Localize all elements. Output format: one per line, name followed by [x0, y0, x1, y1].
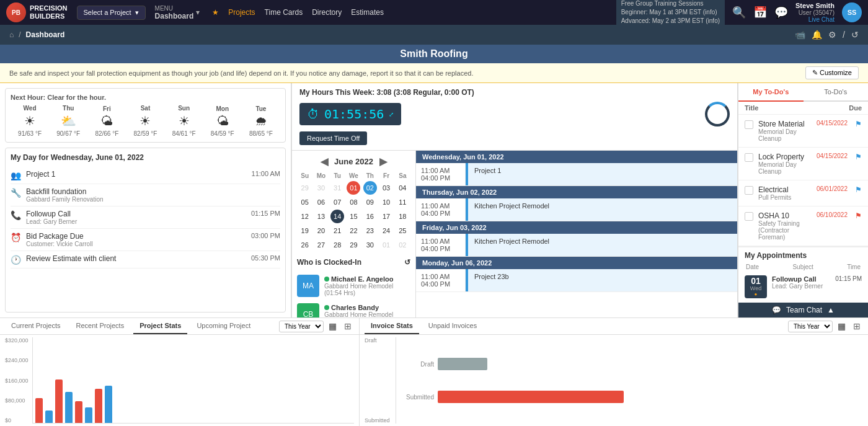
video-icon[interactable]: 📹 — [795, 30, 805, 40]
left-panel: Next Hour: Clear for the hour. Wed ☀ 91/… — [0, 83, 291, 317]
entry-block-3[interactable]: Project 23b — [466, 269, 737, 291]
bell-icon[interactable]: 🔔 — [812, 30, 822, 40]
cal-day[interactable]: 20 — [314, 224, 328, 237]
cal-day[interactable]: 19 — [298, 224, 312, 237]
cal-day[interactable]: 10 — [379, 195, 393, 209]
cal-day[interactable]: 08 — [347, 195, 360, 209]
top-right: Free Group Training Sessions Beginner: M… — [616, 0, 862, 27]
calendar-icon[interactable]: 📅 — [753, 6, 767, 19]
cal-day[interactable]: 07 — [330, 195, 344, 209]
customize-button[interactable]: ✎ Customize — [805, 66, 859, 79]
todo-flag-2: ⚑ — [855, 185, 862, 194]
cal-day[interactable]: 26 — [298, 238, 312, 252]
tab-unpaid-invoices[interactable]: Unpaid Invoices — [422, 318, 483, 334]
menu-dropdown-icon[interactable]: ▾ — [196, 8, 200, 17]
cal-day[interactable]: 27 — [314, 238, 328, 252]
refresh-icon[interactable]: ↺ — [851, 30, 859, 40]
nav-projects[interactable]: Projects — [228, 8, 255, 17]
cal-day[interactable]: 02 — [396, 238, 409, 252]
weather-day-0: Wed ☀ 91/63 °F — [18, 105, 42, 137]
cal-day-highlighted[interactable]: 14 — [330, 210, 344, 223]
cal-day[interactable]: 30 — [363, 238, 377, 252]
cal-day[interactable]: 12 — [298, 210, 312, 223]
todo-checkbox-3[interactable] — [745, 212, 753, 221]
todo-checkbox-1[interactable] — [745, 153, 753, 162]
invoice-year-select[interactable]: This Year — [788, 321, 833, 332]
logo-area: PB PRECISION BUILDERS — [6, 2, 68, 22]
nav-estimates[interactable]: Estimates — [351, 8, 384, 17]
cal-day[interactable]: 24 — [379, 224, 393, 237]
cal-day-today[interactable]: 01 — [347, 181, 360, 195]
cal-day[interactable]: 05 — [298, 195, 312, 209]
todo-checkbox-2[interactable] — [745, 186, 753, 195]
refresh-icon[interactable]: ↺ — [404, 258, 410, 267]
bottom-left-panels: Current Projects Recent Projects Project… — [0, 318, 360, 426]
appointments-section: My Appointments Date Subject Time 01 Wed… — [738, 246, 868, 303]
bar — [95, 389, 102, 423]
cal-day[interactable]: 01 — [379, 238, 393, 252]
tab-current-projects[interactable]: Current Projects — [5, 318, 66, 334]
home-icon[interactable]: ⌂ — [9, 30, 14, 39]
bottom-row: Current Projects Recent Projects Project… — [0, 317, 868, 426]
cal-day[interactable]: 04 — [396, 181, 409, 195]
schedule-entry-3: 11:00 AM 04:00 PM Project 23b — [416, 269, 737, 292]
grid-view-button[interactable]: ⊞ — [342, 320, 354, 332]
tab-upcoming-project[interactable]: Upcoming Project — [190, 318, 257, 334]
my-day-item-3: ⏰ Bid Package Due Customer: Vickie Carro… — [11, 229, 280, 251]
cal-day[interactable]: 16 — [363, 210, 377, 223]
cal-day[interactable]: 18 — [396, 210, 409, 223]
tab-my-todos[interactable]: My To-Do's — [738, 83, 804, 102]
gear-icon[interactable]: ⚙ — [828, 30, 836, 40]
top-nav: PB PRECISION BUILDERS Select a Project ▾… — [0, 0, 868, 25]
appt-badge-0: 01 Wed ● — [745, 275, 767, 298]
cal-day[interactable]: 25 — [396, 224, 409, 237]
tab-invoice-stats[interactable]: Invoice Stats — [365, 318, 419, 334]
cal-day[interactable]: 15 — [347, 210, 360, 223]
breadcrumb-current: Dashboard — [26, 30, 65, 39]
bar-group-0 — [35, 398, 43, 423]
cal-day[interactable]: 21 — [330, 224, 344, 237]
hours-timer: ⏱ 01:55:56 ⤢ — [299, 102, 730, 126]
cal-day[interactable]: 13 — [314, 210, 328, 223]
cal-day[interactable]: 22 — [347, 224, 360, 237]
entry-block-0[interactable]: Project 1 — [466, 163, 737, 185]
cal-prev-button[interactable]: ◀ — [321, 156, 328, 167]
nav-directory[interactable]: Directory — [312, 8, 342, 17]
wrench-icon: 🔧 — [11, 188, 21, 198]
bar — [35, 398, 43, 423]
tab-todos[interactable]: To-Do's — [804, 83, 869, 100]
phone-icon: 📞 — [11, 210, 21, 220]
team-chat-bar[interactable]: 💬 Team Chat ▲ — [738, 303, 868, 317]
cal-day-selected[interactable]: 02 — [363, 181, 377, 195]
tab-project-stats[interactable]: Project Stats — [133, 318, 187, 334]
cal-day[interactable]: 17 — [379, 210, 393, 223]
cal-day[interactable]: 29 — [298, 181, 312, 195]
my-day-item-2: 📞 Followup Call Lead: Gary Berner 01:15 … — [11, 206, 280, 229]
project-selector[interactable]: Select a Project ▾ — [77, 6, 146, 20]
cal-day[interactable]: 11 — [396, 195, 409, 209]
invoice-grid-view-button[interactable]: ⊞ — [851, 320, 863, 332]
search-icon[interactable]: 🔍 — [732, 6, 746, 19]
bar-chart-button[interactable]: ▦ — [326, 320, 339, 332]
cal-day[interactable]: 09 — [363, 195, 377, 209]
cal-day[interactable]: 31 — [330, 181, 344, 195]
cal-next-button[interactable]: ▶ — [379, 156, 387, 167]
invoice-bar-chart-button[interactable]: ▦ — [835, 320, 848, 332]
cal-day[interactable]: 23 — [363, 224, 377, 237]
entry-block-2[interactable]: Kitchen Project Remodel — [466, 234, 737, 256]
tab-recent-projects[interactable]: Recent Projects — [69, 318, 130, 334]
weather-day-5: Mon 🌤 84/59 °F — [211, 105, 234, 137]
cal-day[interactable]: 29 — [347, 238, 360, 252]
entry-block-1[interactable]: Kitchen Project Remodel — [466, 198, 737, 221]
chat-icon[interactable]: 💬 — [774, 6, 788, 19]
timer-icon: ⏱ — [307, 107, 319, 122]
year-select[interactable]: This Year — [279, 321, 324, 332]
clocked-header: Who is Clocked-In ↺ — [297, 258, 410, 267]
cal-day[interactable]: 28 — [330, 238, 344, 252]
nav-time-cards[interactable]: Time Cards — [265, 8, 303, 17]
cal-day[interactable]: 30 — [314, 181, 328, 195]
request-time-off-button[interactable]: Request Time Off — [299, 131, 367, 145]
cal-day[interactable]: 06 — [314, 195, 328, 209]
todo-checkbox-0[interactable] — [745, 120, 753, 129]
cal-day[interactable]: 03 — [379, 181, 393, 195]
